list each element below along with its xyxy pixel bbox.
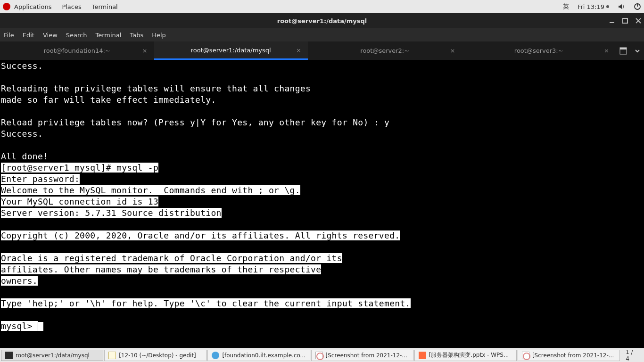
mysql-prompt: mysql> [1,321,38,331]
tab-server3[interactable]: root@server3:~ × [462,41,616,60]
menu-terminal[interactable]: Terminal [95,32,121,39]
places-menu[interactable]: Places [62,3,81,10]
task-label: [foundation0.ilt.example.co... [222,352,305,359]
terminal-viewport[interactable]: Success. Reloading the privilege tables … [0,60,644,348]
tab-label: root@foundation14:~ [44,47,110,54]
terminal-tabbar: root@foundation14:~ × root@server1:/data… [0,41,644,60]
tab-close-icon[interactable]: × [604,47,609,54]
tab-server2[interactable]: root@server2:~ × [308,41,462,60]
window-title: root@server1:/data/mysql [277,17,367,25]
task-gedit[interactable]: [12-10 (~/Desktop) - gedit] [104,350,206,361]
svg-rect-3 [623,18,627,23]
tab-label: root@server1:/data/mysql [191,47,271,54]
task-label: [Screenshot from 2021-12-... [532,352,614,359]
menu-help[interactable]: Help [152,32,166,39]
tab-overview-icon[interactable] [619,47,627,55]
volume-icon[interactable] [618,3,625,10]
terminal-menu[interactable]: Terminal [92,3,118,10]
terminal-text-selected: [root@server1 mysql]# mysql -p Enter pas… [1,163,411,308]
menu-search[interactable]: Search [66,32,87,39]
tab-close-icon[interactable]: × [296,47,301,54]
bottom-taskbar: root@server1:/data/mysql [12-10 (~/Deskt… [0,348,644,362]
task-browser[interactable]: [foundation0.ilt.example.co... [207,350,310,361]
svg-rect-2 [610,22,614,23]
close-button[interactable] [636,18,641,24]
image-icon [315,352,323,359]
tab-menu-icon[interactable] [635,48,640,54]
gnome-top-panel: Applications Places Terminal 英 Fri 13:19 [0,0,644,13]
menu-tabs[interactable]: Tabs [130,32,143,39]
task-label: [Screenshot from 2021-12-... [326,352,407,359]
clock[interactable]: Fri 13:19 [578,3,609,10]
tab-label: root@server3:~ [514,47,563,54]
task-screenshot-2[interactable]: [Screenshot from 2021-12-... [518,350,620,361]
minimize-button[interactable] [609,18,615,24]
task-terminal[interactable]: root@server1:/data/mysql [1,350,103,361]
gedit-icon [108,352,116,359]
workspace-indicator[interactable]: 1 / 4 [621,349,643,362]
terminal-text-unselected: Success. Reloading the privilege tables … [1,61,389,161]
terminal-cursor [38,322,43,331]
ime-indicator[interactable]: 英 [563,2,569,11]
task-screenshot-1[interactable]: [Screenshot from 2021-12-... [311,350,413,361]
terminal-menubar: File Edit View Search Terminal Tabs Help [0,28,644,41]
wps-icon [419,352,426,359]
task-wps[interactable]: [服务器架构演变.pptx - WPS... [414,350,517,361]
menu-file[interactable]: File [4,32,14,39]
task-label: [12-10 (~/Desktop) - gedit] [119,352,196,359]
menu-view[interactable]: View [43,32,58,39]
terminal-icon [5,352,13,359]
window-titlebar[interactable]: root@server1:/data/mysql [0,13,644,28]
task-label: [服务器架构演变.pptx - WPS... [429,351,509,359]
task-label: root@server1:/data/mysql [16,352,90,359]
tab-close-icon[interactable]: × [450,47,455,54]
tab-label: root@server2:~ [360,47,409,54]
browser-icon [212,352,219,359]
menu-edit[interactable]: Edit [23,32,34,39]
distro-logo-icon [3,3,10,10]
clock-label: Fri 13:19 [578,3,604,10]
image-icon [522,352,529,359]
tab-server1[interactable]: root@server1:/data/mysql × [154,41,308,60]
applications-menu[interactable]: Applications [14,3,51,10]
power-icon[interactable] [634,3,641,10]
svg-rect-7 [620,48,627,49]
maximize-button[interactable] [622,18,628,24]
tab-foundation14[interactable]: root@foundation14:~ × [0,41,154,60]
tab-close-icon[interactable]: × [142,47,148,54]
terminal-output[interactable]: Success. Reloading the privilege tables … [0,60,644,332]
terminal-window: root@server1:/data/mysql File Edit View … [0,13,644,348]
